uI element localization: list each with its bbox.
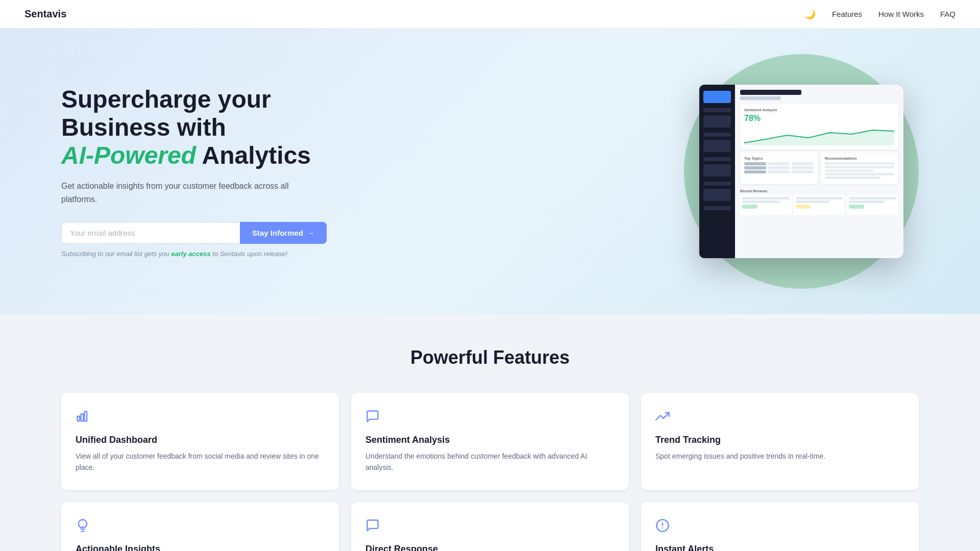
- dashboard-preview-wrap: Sentiment Analysis 78% Top Topics: [684, 69, 919, 273]
- mockup-sidebar-item-2: [703, 115, 731, 128]
- nav-faq[interactable]: FAQ: [940, 10, 955, 18]
- dashboard-mockup: Sentiment Analysis 78% Top Topics: [699, 85, 903, 258]
- mockup-sentiment-card: Sentiment Analysis 78%: [740, 104, 898, 149]
- feature-card-direct-response: Direct Response Respond directly to revi…: [351, 502, 629, 551]
- mockup-cell-4: [744, 166, 766, 169]
- svg-rect-1: [81, 414, 84, 421]
- dark-mode-toggle[interactable]: 🌙: [804, 9, 816, 20]
- mockup-review-1-line-2: [742, 201, 780, 203]
- mockup-sidebar-label-1: [703, 108, 731, 112]
- mockup-reco-card: Recommendations: [821, 153, 898, 184]
- mockup-cell-3: [792, 162, 814, 165]
- mockup-reviews-list: [740, 195, 898, 215]
- features-grid: Unified Dashboard View all of your custo…: [61, 393, 919, 551]
- nav-features[interactable]: Features: [832, 10, 862, 18]
- nav-links: 🌙 Features How It Works FAQ: [804, 9, 955, 20]
- mockup-cell-1: [744, 162, 766, 165]
- svg-rect-2: [85, 412, 87, 421]
- mockup-two-col: Top Topics: [740, 153, 898, 187]
- mockup-sidebar-item-4: [703, 164, 731, 177]
- feature-name-2: Trend Tracking: [655, 435, 904, 445]
- feature-name-0: Unified Dashboard: [76, 435, 325, 445]
- mockup-subtitle-bar: [740, 96, 781, 100]
- stay-informed-button[interactable]: Stay Informed →: [240, 222, 327, 244]
- email-input[interactable]: [61, 222, 240, 244]
- mockup-reviews-title: Recent Reviews: [740, 189, 898, 193]
- feature-card-sentiment: Sentiment Analysis Understand the emotio…: [351, 393, 629, 490]
- feature-name-4: Direct Response: [365, 544, 615, 551]
- mockup-cell-7: [744, 170, 766, 173]
- mockup-reco-3: [825, 169, 873, 172]
- alert-icon: [655, 518, 904, 536]
- feature-card-unified-dashboard: Unified Dashboard View all of your custo…: [61, 393, 339, 490]
- feature-card-trend: Trend Tracking Spot emerging issues and …: [641, 393, 919, 490]
- nav-how-it-works[interactable]: How It Works: [878, 10, 924, 18]
- mockup-review-2-badges: [796, 205, 843, 209]
- hero-title: Supercharge your Business with AI-Powere…: [61, 85, 327, 170]
- mockup-sidebar-active: [703, 91, 731, 103]
- mockup-sidebar-item-3: [703, 140, 731, 152]
- mockup-badge-green-2: [849, 205, 864, 209]
- nav-logo: Sentavis: [24, 8, 66, 20]
- mockup-reco-2: [825, 166, 894, 168]
- footnote-pre: Subscribing to our email list gets you: [61, 250, 171, 258]
- lightbulb-icon: [76, 518, 325, 536]
- direct-response-icon: [365, 518, 615, 536]
- mockup-review-2-line-1: [796, 197, 843, 199]
- features-title: Powerful Features: [61, 347, 919, 368]
- mockup-sidebar-label-2: [703, 133, 731, 137]
- features-section: Powerful Features Unified Dashboard View…: [0, 314, 980, 551]
- mockup-review-2: [794, 195, 845, 215]
- mockup-sidebar-label-5: [703, 206, 731, 210]
- mockup-review-3-badges: [849, 205, 896, 209]
- mockup-cell-9: [792, 170, 814, 173]
- mockup-row-3: [744, 170, 814, 173]
- mockup-cell-2: [768, 162, 790, 165]
- trend-up-icon: [655, 409, 904, 427]
- feature-name-3: Actionable Insights: [76, 544, 325, 551]
- mockup-review-1-badges: [742, 205, 790, 209]
- mockup-reco-5: [825, 177, 880, 179]
- mockup-review-1-line-1: [742, 197, 790, 199]
- mockup-chart: [744, 125, 894, 145]
- mockup-review-3-line-1: [849, 197, 896, 199]
- hero-subtitle: Get actionable insights from your custom…: [61, 180, 327, 206]
- feature-desc-1: Understand the emotions behind customer …: [365, 450, 615, 473]
- footnote-highlight: early access: [171, 250, 210, 258]
- mockup-sentiment-num: 78%: [744, 114, 894, 123]
- footnote-post: to Sentavis upon release!: [211, 250, 287, 258]
- mockup-header: [740, 90, 898, 100]
- mockup-topics-title: Top Topics: [744, 157, 814, 160]
- bar-chart-icon: [76, 409, 325, 427]
- feature-desc-2: Spot emerging issues and positive trends…: [655, 450, 904, 462]
- feature-card-alerts: Instant Alerts Get alerts when new feedb…: [641, 502, 919, 551]
- mockup-cell-6: [792, 166, 814, 169]
- feature-desc-0: View all of your customer feedback from …: [76, 450, 325, 473]
- mockup-cell-8: [768, 170, 790, 173]
- mockup-badge-green: [742, 205, 757, 209]
- hero-visual: Sentiment Analysis 78% Top Topics: [684, 69, 919, 273]
- mockup-reviews-section: Recent Reviews: [740, 189, 898, 215]
- mockup-badge-yellow: [796, 205, 811, 209]
- mockup-review-3: [847, 195, 898, 215]
- mockup-sidebar-label-3: [703, 157, 731, 161]
- mockup-reco-1: [825, 162, 894, 165]
- mockup-sentiment-title: Sentiment Analysis: [744, 108, 894, 112]
- hero-content: Supercharge your Business with AI-Powere…: [61, 85, 327, 258]
- hero-email-form: Stay Informed →: [61, 222, 327, 244]
- mockup-review-2-line-2: [796, 201, 829, 203]
- hero-title-end: Analytics: [196, 142, 311, 169]
- chat-bubble-icon: [365, 409, 615, 427]
- feature-name-5: Instant Alerts: [655, 544, 904, 551]
- feature-card-insights: Actionable Insights Get AI-powered recom…: [61, 502, 339, 551]
- mockup-topics-card: Top Topics: [740, 153, 818, 184]
- mockup-title-bar: [740, 90, 801, 95]
- mockup-reco-4: [825, 173, 894, 176]
- mockup-review-1: [740, 195, 792, 215]
- hero-title-line2: Business with: [61, 114, 226, 141]
- hero-footnote: Subscribing to our email list gets you e…: [61, 250, 327, 258]
- mockup-review-3-line-2: [849, 201, 885, 203]
- svg-rect-0: [78, 416, 80, 421]
- hero-section: Supercharge your Business with AI-Powere…: [0, 29, 980, 314]
- arrow-right-icon: →: [307, 229, 314, 237]
